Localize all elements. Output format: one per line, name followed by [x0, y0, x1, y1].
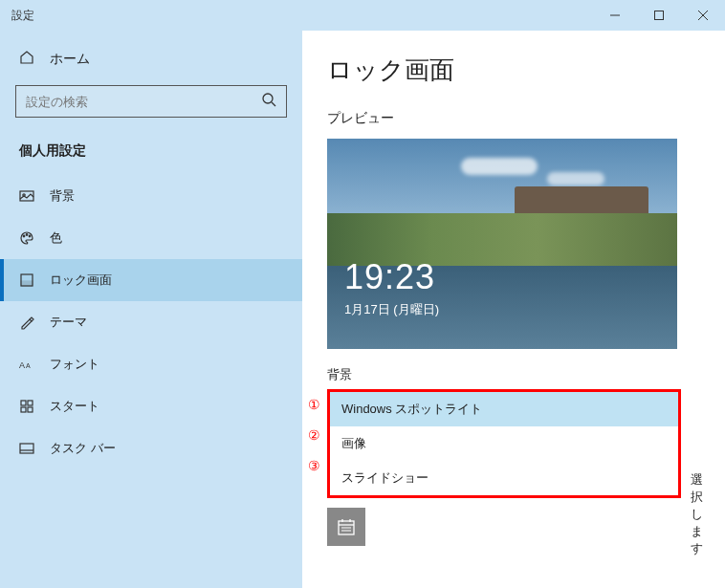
lockscreen-preview: 19:23 1月17日 (月曜日) [327, 139, 677, 349]
sidebar-item-label: フォント [50, 356, 99, 373]
svg-rect-6 [20, 191, 33, 201]
svg-rect-12 [21, 281, 33, 286]
status-app-tile[interactable] [327, 508, 365, 546]
preview-date: 1月17日 (月曜日) [344, 301, 439, 318]
sidebar-item-label: 背景 [50, 187, 75, 205]
svg-rect-17 [21, 407, 26, 412]
sidebar-item-label: 色 [50, 229, 62, 247]
background-label: 背景 [327, 366, 702, 383]
minimize-button[interactable] [593, 0, 637, 31]
dropdown-option-spotlight[interactable]: Windows スポットライト [330, 392, 678, 426]
sidebar-item-label: スタート [50, 398, 99, 415]
preview-time: 19:23 [344, 257, 435, 297]
svg-text:A: A [26, 362, 31, 369]
svg-rect-1 [655, 11, 664, 20]
svg-line-5 [272, 102, 275, 106]
svg-rect-18 [28, 407, 33, 412]
home-label: ホーム [50, 51, 90, 68]
svg-point-10 [29, 235, 31, 237]
preview-label: プレビュー [327, 110, 702, 127]
page-title: ロック画面 [327, 54, 702, 87]
maximize-button[interactable] [637, 0, 681, 31]
sidebar-item-fonts[interactable]: AA フォント [0, 343, 302, 385]
sidebar-item-label: テーマ [50, 314, 87, 331]
svg-point-9 [26, 234, 28, 236]
home-nav[interactable]: ホーム [0, 38, 302, 79]
sidebar-item-label: タスク バー [50, 440, 116, 457]
svg-rect-15 [21, 401, 26, 405]
sidebar: ホーム 個人用設定 背景 色 [0, 31, 302, 588]
status-hint-tail: 選択します [691, 471, 703, 557]
sidebar-item-start[interactable]: スタート [0, 385, 302, 427]
palette-icon [19, 230, 34, 246]
sidebar-item-label: ロック画面 [50, 272, 112, 289]
lockscreen-icon [19, 272, 34, 288]
background-dropdown[interactable]: Windows スポットライト 画像 スライドショー [327, 389, 681, 498]
search-input[interactable] [26, 95, 255, 109]
main-content: ロック画面 プレビュー 19:23 1月17日 (月曜日) 背景 ① ② ③ W… [302, 31, 725, 588]
close-button[interactable] [681, 0, 725, 31]
search-box[interactable] [15, 85, 287, 118]
dropdown-option-picture[interactable]: 画像 [330, 426, 678, 461]
home-icon [19, 50, 34, 68]
dropdown-option-slideshow[interactable]: スライドショー [330, 461, 678, 495]
font-icon: AA [19, 357, 34, 372]
annotation-3: ③ [304, 458, 323, 473]
titlebar: 設定 [0, 0, 725, 31]
category-title: 個人用設定 [0, 133, 302, 175]
start-icon [19, 399, 34, 414]
annotation-2: ② [304, 427, 323, 443]
picture-icon [19, 188, 34, 204]
taskbar-icon [19, 441, 34, 456]
sidebar-item-themes[interactable]: テーマ [0, 301, 302, 343]
sidebar-item-taskbar[interactable]: タスク バー [0, 427, 302, 469]
svg-point-8 [23, 235, 25, 237]
svg-point-4 [263, 94, 273, 103]
annotation-1: ① [304, 397, 323, 412]
search-icon [261, 92, 276, 111]
window-title: 設定 [0, 8, 34, 24]
sidebar-item-background[interactable]: 背景 [0, 175, 302, 217]
svg-text:A: A [19, 360, 25, 370]
svg-rect-16 [28, 401, 33, 405]
svg-rect-19 [20, 444, 33, 453]
calendar-icon [337, 517, 356, 536]
sidebar-item-colors[interactable]: 色 [0, 217, 302, 259]
theme-icon [19, 315, 34, 330]
sidebar-item-lockscreen[interactable]: ロック画面 [0, 259, 302, 301]
